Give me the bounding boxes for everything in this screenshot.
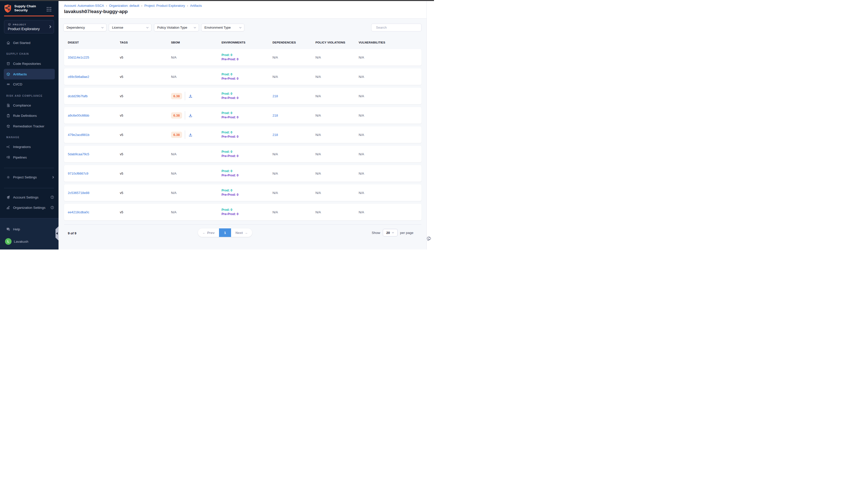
sidebar-item-help[interactable]: ? Help bbox=[0, 226, 59, 233]
dependencies-value[interactable]: 218 bbox=[273, 94, 278, 98]
digest-link[interactable]: 9710cf6667c9 bbox=[68, 172, 88, 175]
cube-icon bbox=[8, 23, 11, 26]
sidebar-item-cicd[interactable]: ∞ CI/CD bbox=[0, 81, 59, 88]
dependencies-value[interactable]: 218 bbox=[273, 113, 278, 117]
dependencies-value[interactable]: 218 bbox=[273, 133, 278, 137]
section-supply-chain: SUPPLY CHAIN bbox=[6, 52, 29, 55]
prod-count[interactable]: Prod: 0 bbox=[222, 92, 273, 96]
policy-violations-value: N/A bbox=[315, 56, 359, 59]
org-gear-icon bbox=[6, 206, 10, 210]
prod-count[interactable]: Prod: 0 bbox=[222, 130, 273, 135]
next-page-button[interactable]: Next → bbox=[231, 228, 252, 237]
breadcrumb-organization[interactable]: Organization: default bbox=[109, 4, 139, 8]
preprod-count[interactable]: Pre-Prod: 0 bbox=[222, 193, 273, 197]
environments-cell: Prod: 0 Pre-Prod: 0 bbox=[222, 150, 273, 158]
sbom-download-button[interactable] bbox=[188, 132, 193, 137]
preprod-count[interactable]: Pre-Prod: 0 bbox=[222, 96, 273, 100]
info-icon[interactable] bbox=[50, 206, 54, 209]
prod-count[interactable]: Prod: 0 bbox=[222, 53, 273, 57]
digest-link[interactable]: 33d114e1c225 bbox=[68, 56, 89, 59]
sidebar-item-remediation-tracker[interactable]: Remediation Tracker bbox=[0, 123, 59, 130]
sidebar-divider bbox=[4, 188, 54, 188]
page-1-button[interactable]: 1 bbox=[219, 228, 231, 237]
dependencies-value[interactable]: N/A bbox=[273, 152, 278, 156]
digest-link[interactable]: 5dab9caa79c5 bbox=[68, 152, 89, 156]
info-icon[interactable] bbox=[50, 195, 54, 199]
show-label: Show bbox=[372, 231, 380, 235]
document-search-icon bbox=[6, 103, 10, 108]
preprod-count[interactable]: Pre-Prod: 0 bbox=[222, 212, 273, 216]
user-menu[interactable]: L Lavakush bbox=[0, 238, 59, 245]
dependencies-value[interactable]: N/A bbox=[273, 172, 278, 175]
prod-count[interactable]: Prod: 0 bbox=[222, 188, 273, 193]
col-digest: DIGEST bbox=[68, 41, 120, 44]
breadcrumb-separator: › bbox=[106, 4, 107, 8]
filter-dependency[interactable]: Dependency bbox=[63, 24, 107, 32]
page-header: Account: Automation-SSCA › Organization:… bbox=[59, 1, 426, 19]
filter-policy-violation-type[interactable]: Policy Violation Type bbox=[154, 24, 199, 32]
digest-link[interactable]: c69c5b6a8ae2 bbox=[68, 75, 89, 78]
vulnerabilities-value: N/A bbox=[359, 172, 421, 175]
sidebar-item-account-settings[interactable]: Account Settings bbox=[0, 194, 59, 201]
sidebar-item-code-repositories[interactable]: Code Repositories bbox=[0, 60, 59, 67]
sidebar-item-rule-definitions[interactable]: Rule Definitions bbox=[0, 112, 59, 119]
sbom-score-group: 6.38 bbox=[171, 111, 222, 120]
sbom-download-button[interactable] bbox=[188, 94, 193, 99]
home-icon bbox=[6, 41, 10, 45]
digest-link[interactable]: a9c6e00c66bb bbox=[68, 113, 89, 117]
prod-count[interactable]: Prod: 0 bbox=[222, 169, 273, 173]
filter-environment-type[interactable]: Environment Type bbox=[201, 24, 244, 32]
vulnerabilities-value: N/A bbox=[359, 94, 421, 98]
breadcrumb-artifacts[interactable]: Artifacts bbox=[190, 4, 202, 8]
clipboard-check-icon bbox=[6, 113, 10, 118]
environments-cell: Prod: 0 Pre-Prod: 0 bbox=[222, 188, 273, 197]
tag-value: v5 bbox=[120, 75, 171, 78]
filter-license[interactable]: License bbox=[109, 24, 151, 32]
search-input[interactable] bbox=[376, 26, 420, 29]
policy-violations-value: N/A bbox=[315, 210, 359, 214]
sidebar-item-artifacts[interactable]: Artifacts bbox=[4, 69, 55, 80]
project-selector[interactable]: PROJECT Product Exploratory bbox=[4, 20, 54, 34]
sidebar-item-organization-settings[interactable]: Organization Settings bbox=[0, 204, 59, 211]
breadcrumb: Account: Automation-SSCA › Organization:… bbox=[64, 4, 202, 8]
prod-count[interactable]: Prod: 0 bbox=[222, 150, 273, 154]
dependencies-value[interactable]: N/A bbox=[273, 210, 278, 214]
support-chat-button[interactable] bbox=[426, 235, 434, 242]
top-edge-strip bbox=[0, 0, 434, 1]
dependencies-value[interactable]: N/A bbox=[273, 75, 278, 78]
preprod-count[interactable]: Pre-Prod: 0 bbox=[222, 154, 273, 158]
digest-link[interactable]: 479e2acd981b bbox=[68, 133, 89, 137]
sidebar-item-project-settings[interactable]: Project Settings bbox=[0, 174, 59, 181]
module-grid-icon[interactable] bbox=[46, 7, 52, 12]
dependencies-value[interactable]: N/A bbox=[273, 191, 278, 195]
digest-link[interactable]: 2c5365718e88 bbox=[68, 191, 89, 195]
breadcrumb-account[interactable]: Account: Automation-SSCA bbox=[64, 4, 104, 8]
prod-count[interactable]: Prod: 0 bbox=[222, 72, 273, 77]
sbom-download-button[interactable] bbox=[188, 113, 193, 118]
sidebar-item-get-started[interactable]: Get Started bbox=[0, 39, 59, 46]
sidebar-item-pipelines[interactable]: Pipelines bbox=[0, 154, 59, 161]
preprod-count[interactable]: Pre-Prod: 0 bbox=[222, 77, 273, 81]
breadcrumb-project[interactable]: Project: Product Exploratory bbox=[145, 4, 185, 8]
preprod-count[interactable]: Pre-Prod: 0 bbox=[222, 173, 273, 178]
page-title: lavakush07/easy-buggy-app bbox=[64, 9, 127, 14]
table-row: 9710cf6667c9 v5 N/A Prod: 0 Pre-Prod: 0 … bbox=[64, 165, 421, 182]
dependencies-value[interactable]: N/A bbox=[273, 56, 278, 59]
preprod-count[interactable]: Pre-Prod: 0 bbox=[222, 57, 273, 62]
vulnerabilities-value: N/A bbox=[359, 113, 421, 117]
pipelines-icon bbox=[6, 155, 10, 160]
prev-page-button[interactable]: ← Prev bbox=[198, 228, 219, 237]
sidebar-item-integrations[interactable]: Integrations bbox=[0, 143, 59, 150]
sidebar-item-compliance[interactable]: Compliance bbox=[0, 102, 59, 109]
download-icon bbox=[188, 94, 193, 98]
section-risk-compliance: RISK AND COMPLIANCE bbox=[6, 95, 43, 97]
preprod-count[interactable]: Pre-Prod: 0 bbox=[222, 135, 273, 139]
policy-violations-value: N/A bbox=[315, 172, 359, 175]
preprod-count[interactable]: Pre-Prod: 0 bbox=[222, 115, 273, 120]
digest-link[interactable]: ee4218cdba0c bbox=[68, 210, 89, 214]
prod-count[interactable]: Prod: 0 bbox=[222, 208, 273, 212]
sbom-score-badge: 6.38 bbox=[171, 132, 182, 138]
digest-link[interactable]: dcdd29b7fafb bbox=[68, 94, 88, 98]
prod-count[interactable]: Prod: 0 bbox=[222, 111, 273, 115]
page-size-select[interactable]: 20 bbox=[383, 229, 398, 236]
